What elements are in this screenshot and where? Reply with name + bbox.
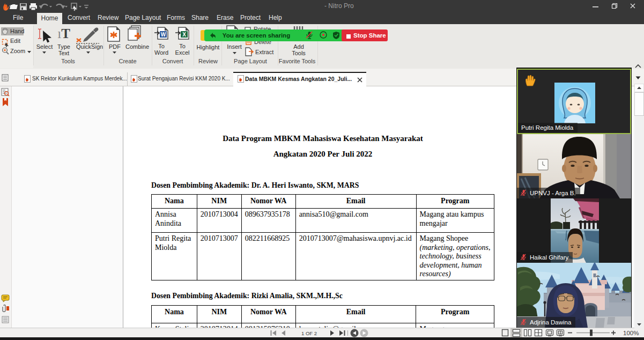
svg-text:100%: 100% (623, 330, 639, 336)
svg-text:X: X (182, 32, 186, 38)
svg-text:1 OF 2: 1 OF 2 (301, 330, 317, 336)
svg-text:W: W (161, 32, 166, 38)
